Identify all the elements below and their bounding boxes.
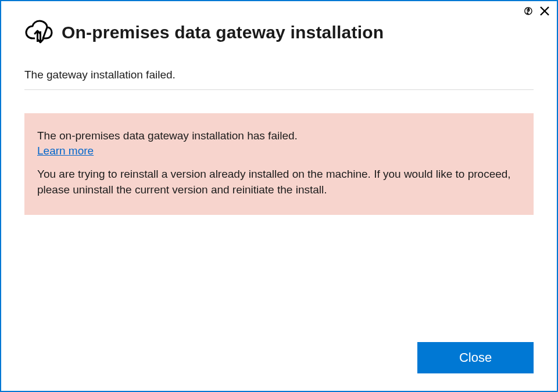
titlebar-controls: ? xyxy=(523,6,550,16)
error-heading: The on-premises data gateway installatio… xyxy=(37,130,521,142)
footer: Close xyxy=(24,330,534,373)
page-title: On-premises data gateway installation xyxy=(62,23,384,42)
help-icon[interactable]: ? xyxy=(523,6,534,16)
error-body: You are trying to reinstall a version al… xyxy=(37,167,521,197)
close-button[interactable]: Close xyxy=(417,342,534,373)
learn-more-link[interactable]: Learn more xyxy=(37,145,94,157)
status-line: The gateway installation failed. xyxy=(24,69,534,90)
close-icon[interactable] xyxy=(539,6,550,16)
svg-text:?: ? xyxy=(525,6,530,16)
cloud-gateway-icon xyxy=(24,19,53,46)
installer-window: ? On-premises data gateway installation xyxy=(0,0,558,392)
header-row: On-premises data gateway installation xyxy=(24,19,534,46)
error-box: The on-premises data gateway installatio… xyxy=(24,113,534,215)
content-area: On-premises data gateway installation Th… xyxy=(1,1,557,391)
